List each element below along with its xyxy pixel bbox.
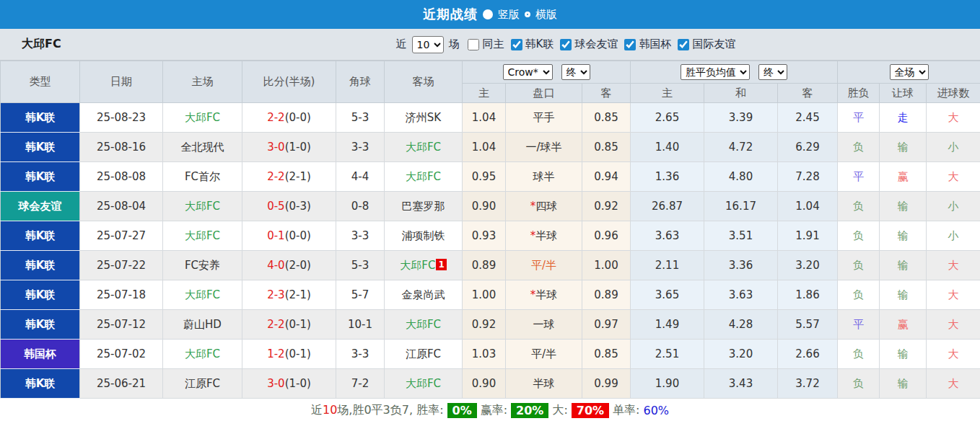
away-team-name[interactable]: 大邱FC — [406, 141, 441, 154]
league-friendly-checkbox[interactable] — [560, 39, 572, 50]
match-type-cell: 韩K联 — [1, 221, 80, 251]
wdl-result-cell: 负 — [838, 369, 880, 399]
handicap-cell: 半球 — [506, 369, 582, 399]
ah-away-odds-cell: 0.85 — [582, 340, 631, 369]
home-team-name[interactable]: 大邱FC — [185, 347, 220, 360]
match-type-cell: 韩K联 — [1, 369, 80, 399]
score-cell: 0-1(0-0) — [242, 221, 336, 251]
wdl-result-cell-text: 负 — [853, 259, 864, 272]
full-score: 0-1 — [267, 229, 285, 242]
date-cell: 25-07-02 — [80, 340, 163, 369]
full-score: 1-2 — [267, 347, 285, 360]
horizontal-layout-radio-icon[interactable] — [525, 12, 530, 17]
vertical-layout-label[interactable]: 竖版 — [498, 8, 520, 22]
market-stage-select[interactable]: 终 — [758, 64, 787, 80]
eu-home-odds-cell: 2.11 — [631, 251, 704, 280]
handicap-cell: 一/球半 — [506, 133, 582, 162]
eu-away-odds-cell: 2.45 — [778, 103, 838, 133]
away-team-name[interactable]: 大邱FC — [406, 170, 441, 183]
handicap-result-cell-text: 输 — [898, 229, 909, 242]
scope-select[interactable]: 全场 — [890, 64, 929, 80]
wdl-result-cell-text: 平 — [853, 170, 864, 183]
league-intl-friendly-checkbox[interactable] — [678, 39, 689, 50]
eu-draw-odds-cell: 3.43 — [704, 369, 778, 399]
home-team-name[interactable]: FC首尔 — [185, 170, 220, 183]
match-type-cell: 韩K联 — [1, 133, 80, 162]
handicap-cell: *四球 — [506, 192, 582, 221]
table-row: 韩K联25-07-12蔚山HD2-2(0-1)10-1大邱FC0.92一球0.9… — [1, 310, 980, 340]
goals-result-cell: 大 — [927, 251, 980, 280]
away-team-name[interactable]: 金泉尚武 — [402, 288, 445, 301]
handicap-stage-select[interactable]: 终 — [561, 64, 590, 80]
corner-cell: 3-3 — [336, 221, 385, 251]
ah-away-odds-cell: 0.97 — [582, 310, 631, 340]
table-row: 韩K联25-08-23大邱FC2-2(0-0)5-3济州SK1.04平手0.85… — [1, 103, 980, 133]
handicap-cell: *半球 — [506, 280, 582, 310]
corner-cell: 0-8 — [336, 192, 385, 221]
ah-home-odds-cell: 1.00 — [463, 280, 506, 310]
summary-text: 近10场,胜0平3负7, 胜率: — [311, 403, 444, 418]
home-team-name[interactable]: 全北现代 — [181, 141, 224, 154]
euro-odds-dropdown-group: 胜平负均值终 — [631, 61, 838, 84]
goals-result-cell: 大 — [927, 103, 980, 133]
handicap-name: 四球 — [535, 200, 557, 213]
away-team-name[interactable]: 大邱FC — [406, 377, 441, 390]
subheader-eu-draw: 和 — [704, 84, 778, 103]
home-team-name[interactable]: FC安养 — [185, 259, 220, 272]
home-team-cell: FC首尔 — [163, 162, 242, 192]
handicap-name: 平手 — [533, 111, 555, 124]
away-team-name[interactable]: 济州SK — [406, 111, 441, 124]
away-team-name[interactable]: 巴塞罗那 — [402, 200, 445, 213]
wdl-result-cell: 负 — [838, 133, 880, 162]
home-team-name[interactable]: 大邱FC — [185, 229, 220, 242]
home-team-name[interactable]: 大邱FC — [185, 288, 220, 301]
handicap-result-cell-text: 赢 — [898, 318, 909, 331]
handicap-result-cell: 输 — [880, 192, 927, 221]
away-team-cell: 大邱FC1 — [385, 251, 463, 280]
eu-home-odds-cell: 2.51 — [631, 340, 704, 369]
subheader-ah-home: 主 — [463, 84, 506, 103]
league-kleague-checkbox[interactable] — [511, 39, 522, 50]
ah-home-odds-cell: 0.89 — [463, 251, 506, 280]
eu-away-odds-cell: 5.57 — [778, 310, 838, 340]
bookmaker-select[interactable]: Crow* — [503, 64, 553, 80]
wdl-result-cell: 负 — [838, 251, 880, 280]
market-select[interactable]: 胜平负均值 — [681, 64, 750, 80]
away-team-name[interactable]: 浦项制铁 — [402, 229, 445, 242]
half-score: (0-1) — [285, 318, 311, 331]
col-header-away: 客场 — [385, 61, 463, 103]
home-team-name[interactable]: 大邱FC — [185, 200, 220, 213]
goals-result-cell: 大 — [927, 310, 980, 340]
same-home-checkbox[interactable] — [468, 39, 479, 50]
half-score: (0-0) — [285, 111, 311, 124]
home-team-name[interactable]: 大邱FC — [185, 111, 220, 124]
vertical-layout-radio-icon[interactable] — [483, 9, 493, 19]
page-title: 近期战绩 — [423, 6, 478, 23]
handicap-cell: 平手 — [506, 103, 582, 133]
home-team-name[interactable]: 江原FC — [185, 377, 220, 390]
horizontal-layout-label[interactable]: 横版 — [535, 8, 557, 22]
single-rate-value: 60% — [643, 404, 669, 417]
wdl-result-cell-text: 负 — [853, 347, 864, 360]
col-header-score: 比分(半场) — [242, 61, 336, 103]
handicap-result-cell: 输 — [880, 340, 927, 369]
home-team-name[interactable]: 蔚山HD — [183, 318, 222, 331]
eu-away-odds-cell: 6.29 — [778, 133, 838, 162]
ah-away-odds-cell: 0.89 — [582, 280, 631, 310]
match-count-select[interactable]: 10 — [412, 36, 444, 53]
away-team-name[interactable]: 江原FC — [406, 347, 441, 360]
col-header-corner: 角球 — [336, 61, 385, 103]
away-team-name[interactable]: 大邱FC — [400, 259, 435, 272]
filter-bar: 大邱FC 近 10 场 同主 韩K联 球会友谊 韩国杯 国际友谊 — [0, 29, 980, 61]
eu-away-odds-cell: 7.28 — [778, 162, 838, 192]
away-team-cell: 巴塞罗那 — [385, 192, 463, 221]
handicap-result-cell-text: 输 — [898, 259, 909, 272]
league-cup-checkbox[interactable] — [624, 39, 636, 50]
col-header-type: 类型 — [1, 61, 80, 103]
away-team-name[interactable]: 大邱FC — [406, 318, 441, 331]
profit-rate-label: 赢率: — [481, 403, 507, 418]
eu-home-odds-cell: 3.65 — [631, 280, 704, 310]
eu-draw-odds-cell: 4.28 — [704, 310, 778, 340]
half-score: (0-3) — [285, 200, 311, 213]
handicap-cell: 一球 — [506, 310, 582, 340]
